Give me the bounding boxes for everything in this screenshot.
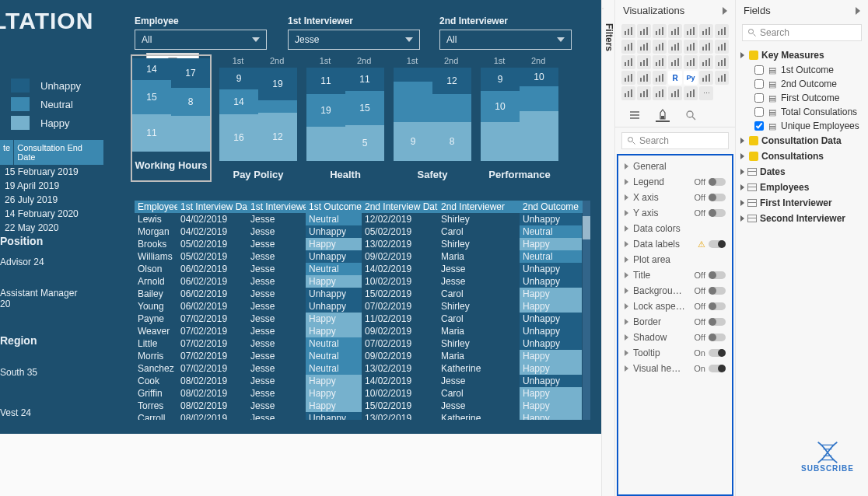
slicer-viz-icon[interactable]: [621, 71, 635, 85]
decomp-viz-icon[interactable]: [621, 86, 635, 100]
format-option-data-colors[interactable]: Data colors: [625, 221, 726, 236]
treemap-cell[interactable]: [258, 100, 297, 113]
field-item[interactable]: ▤Unique Employees: [740, 119, 863, 133]
field-table-consultations[interactable]: Consultations: [740, 148, 863, 164]
treemap-visual[interactable]: 141511178Working Hours: [132, 56, 210, 180]
treemap-cell[interactable]: [520, 111, 558, 161]
treemap-cell[interactable]: 12: [258, 113, 297, 161]
table-header-cell[interactable]: 2nd Outcome: [520, 201, 582, 213]
gauge-viz-icon[interactable]: [668, 55, 682, 69]
fields-tab-icon[interactable]: [628, 108, 642, 122]
py-viz-icon[interactable]: Py: [684, 71, 698, 85]
format-option-tooltip[interactable]: TooltipOn: [625, 345, 726, 361]
card-viz-icon[interactable]: [684, 55, 698, 69]
field-table-consultation-data[interactable]: Consultation Data: [740, 133, 863, 148]
analytics-tab-icon[interactable]: [684, 108, 698, 122]
field-checkbox[interactable]: [754, 107, 764, 117]
slicer-second-interviewer[interactable]: 2nd Interviewer All: [439, 16, 572, 50]
field-checkbox[interactable]: [754, 65, 764, 75]
funnel-viz-icon[interactable]: [653, 55, 667, 69]
treemap-cell[interactable]: 15: [132, 80, 171, 114]
r-viz-icon[interactable]: R: [668, 71, 682, 85]
table-header-cell[interactable]: 2nd Interviewer: [438, 201, 520, 213]
scatter-viz-icon[interactable]: [668, 40, 682, 54]
treemap-cell[interactable]: 12: [432, 68, 471, 94]
table-row[interactable]: Torres08/02/2019JesseHappy15/02/2019Jess…: [135, 400, 586, 412]
field-table-second-interviewer[interactable]: Second Interviewer: [740, 211, 863, 226]
table-row[interactable]: Williams05/02/2019JesseUnhappy09/02/2019…: [135, 250, 586, 263]
field-checkbox[interactable]: [754, 93, 764, 103]
treemap-visual[interactable]: 1st2nd914161912Pay Policy: [219, 56, 297, 180]
multirow-viz-icon[interactable]: [699, 55, 713, 69]
qna-viz-icon[interactable]: [637, 86, 651, 100]
format-option-shadow[interactable]: ShadowOff: [625, 330, 726, 345]
treemap-cell[interactable]: 14: [132, 58, 171, 80]
table-row[interactable]: Sanchez07/02/2019JesseNeutral13/02/2019K…: [135, 362, 586, 375]
table-row[interactable]: Young06/02/2019JesseUnhappy07/02/2019Shi…: [135, 300, 586, 313]
table-row[interactable]: Cook08/02/2019JesseHappy14/02/2019JesseU…: [135, 375, 586, 387]
filled-map-viz-icon[interactable]: [637, 55, 651, 69]
treemap-viz-icon[interactable]: [715, 40, 729, 54]
format-option-legend[interactable]: LegendOff: [625, 174, 726, 190]
treemap-cell[interactable]: 5: [345, 125, 384, 161]
table-scrollbar[interactable]: [583, 201, 590, 420]
slicer-second-dropdown[interactable]: All: [439, 30, 572, 50]
stacked-col-viz-icon[interactable]: [653, 24, 667, 38]
field-item[interactable]: ▤Total Consulations: [740, 105, 863, 119]
table-row[interactable]: Morris07/02/2019JesseNeutral09/02/2019Ma…: [135, 350, 586, 362]
treemap-cell[interactable]: 8: [432, 122, 471, 161]
stacked-bar-viz-icon[interactable]: [621, 24, 635, 38]
treemap-visual[interactable]: 1st2nd9128Safety: [394, 56, 471, 180]
chevron-right-icon[interactable]: [856, 7, 860, 15]
field-item[interactable]: ▤First Outcome: [740, 91, 863, 105]
slicer-first-interviewer[interactable]: 1st Interviewer Jesse: [288, 16, 420, 50]
table-row[interactable]: Olson06/02/2019JesseNeutral14/02/2019Jes…: [135, 263, 586, 275]
treemap-cell[interactable]: 16: [219, 114, 258, 161]
area-viz-icon[interactable]: [699, 24, 713, 38]
key-inf-viz-icon[interactable]: [715, 71, 729, 85]
field-item[interactable]: ▤2nd Outcome: [740, 77, 863, 91]
field-checkbox[interactable]: [754, 79, 764, 89]
treemap-cell[interactable]: [306, 127, 345, 161]
table-row[interactable]: Weaver07/02/2019JesseHappy09/02/2019Mari…: [135, 325, 586, 337]
treemap-cell[interactable]: [520, 86, 558, 111]
table-row[interactable]: Carroll08/02/2019JesseUnhappy13/02/2019K…: [135, 412, 586, 420]
treemap-cell[interactable]: [394, 68, 432, 82]
fields-tree[interactable]: Key Measures▤1st Outcome▤2nd Outcome▤Fir…: [736, 44, 868, 229]
format-option-backgrou-[interactable]: Backgrou…Off: [625, 283, 726, 299]
treemap-visual[interactable]: 1st2nd91010Performance: [481, 56, 558, 180]
treemap-cell[interactable]: 15: [345, 91, 384, 125]
table-row[interactable]: Little07/02/2019JesseNeutral07/02/2019Sh…: [135, 337, 586, 350]
table-header-cell[interactable]: Employee: [135, 201, 177, 213]
format-option-visual-he-[interactable]: Visual he…On: [625, 361, 726, 376]
format-option-data-labels[interactable]: Data labels⚠: [625, 236, 726, 252]
format-option-x-axis[interactable]: X axisOff: [625, 190, 726, 205]
field-table-key-measures[interactable]: Key Measures: [740, 47, 863, 63]
powerapps-viz-icon[interactable]: [684, 86, 698, 100]
more-viz-icon[interactable]: ⋯: [699, 86, 713, 100]
treemap-cell[interactable]: 17: [171, 58, 210, 88]
donut-viz-icon[interactable]: [699, 40, 713, 54]
table-header-cell[interactable]: 1st Interview Date: [177, 201, 247, 213]
treemap-visual[interactable]: 1st2nd111911155Health: [306, 56, 384, 180]
treemap-cell[interactable]: [394, 82, 432, 122]
table-row[interactable]: Payne07/02/2019JesseHappy11/02/2019Carol…: [135, 313, 586, 325]
table-row[interactable]: Lewis04/02/2019JesseNeutral12/02/2019Shi…: [135, 213, 586, 225]
treemap-cell[interactable]: [481, 122, 520, 161]
table-header-cell[interactable]: 1st Interviewer: [247, 201, 306, 213]
format-search[interactable]: Search: [621, 132, 729, 149]
chevron-right-icon[interactable]: [723, 7, 727, 15]
python-vis-viz-icon[interactable]: [699, 71, 713, 85]
consultation-table[interactable]: Employee1st Interview Date1st Interviewe…: [135, 201, 586, 420]
table-header-cell[interactable]: 2nd Interview Date: [362, 201, 438, 213]
line-cluster-viz-icon[interactable]: [637, 40, 651, 54]
treemap-cell[interactable]: 11: [306, 68, 345, 94]
field-checkbox[interactable]: [754, 121, 764, 131]
treemap-cell[interactable]: 19: [258, 68, 297, 100]
treemap-cell[interactable]: 10: [481, 91, 520, 122]
format-option-border[interactable]: BorderOff: [625, 314, 726, 330]
format-option-general[interactable]: General: [625, 159, 726, 174]
slicer-first-dropdown[interactable]: Jesse: [288, 30, 420, 50]
scrollbar-thumb[interactable]: [583, 216, 590, 239]
treemap-cell[interactable]: 11: [132, 114, 171, 152]
